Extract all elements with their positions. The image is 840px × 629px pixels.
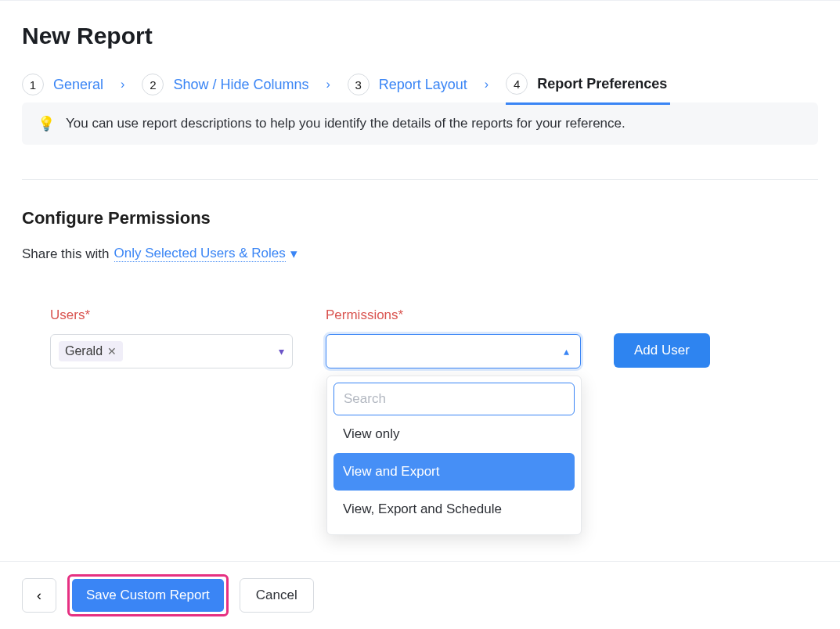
lightbulb-icon: 💡	[38, 115, 55, 132]
dropdown-search-input[interactable]	[333, 383, 575, 415]
permissions-dropdown: View only View and Export View, Export a…	[326, 376, 582, 535]
chevron-down-icon: ▾	[290, 246, 297, 262]
chevron-up-icon: ▴	[564, 345, 569, 358]
chevron-right-icon: ›	[116, 77, 129, 92]
page-title: New Report	[22, 23, 818, 49]
step-number: 4	[506, 73, 528, 95]
footer-bar: ‹ Save Custom Report Cancel	[0, 561, 840, 629]
step-label: Show / Hide Columns	[173, 77, 308, 93]
save-button-highlight: Save Custom Report	[67, 574, 229, 616]
back-button[interactable]: ‹	[22, 578, 56, 613]
share-with-row: Share this with Only Selected Users & Ro…	[22, 246, 818, 262]
step-number: 3	[348, 74, 370, 95]
chevron-right-icon: ›	[480, 77, 493, 92]
permissions-select[interactable]: ▴ View only View and Export View, Export…	[326, 334, 581, 368]
step-number: 1	[22, 74, 44, 95]
step-general[interactable]: 1 General	[22, 74, 103, 95]
add-user-button[interactable]: Add User	[614, 333, 710, 368]
step-navigator: 1 General › 2 Show / Hide Columns › 3 Re…	[22, 73, 818, 96]
remove-chip-icon[interactable]: ✕	[107, 345, 117, 358]
permission-option-view-export[interactable]: View and Export	[333, 453, 575, 491]
step-label: Report Layout	[379, 77, 467, 93]
share-prefix: Share this with	[22, 246, 110, 262]
save-custom-report-button[interactable]: Save Custom Report	[72, 579, 224, 612]
share-option-dropdown[interactable]: Only Selected Users & Roles	[114, 246, 286, 262]
permission-option-view-export-schedule[interactable]: View, Export and Schedule	[333, 491, 575, 528]
chevron-left-icon: ‹	[37, 588, 41, 604]
tip-banner: 💡 You can use report descriptions to hel…	[22, 102, 818, 145]
divider	[22, 179, 818, 180]
chip-label: Gerald	[65, 344, 103, 358]
users-select[interactable]: Gerald ✕ ▾	[50, 334, 293, 368]
permissions-field: Permissions* ▴ View only View and Export…	[326, 307, 581, 368]
step-label: General	[53, 77, 103, 93]
chevron-right-icon: ›	[321, 77, 334, 92]
step-columns[interactable]: 2 Show / Hide Columns	[142, 74, 308, 95]
users-label: Users*	[50, 307, 293, 323]
users-field: Users* Gerald ✕ ▾	[50, 307, 293, 368]
permissions-label: Permissions*	[326, 307, 581, 323]
step-layout[interactable]: 3 Report Layout	[348, 74, 467, 95]
permission-option-view-only[interactable]: View only	[333, 415, 575, 453]
tip-text: You can use report descriptions to help …	[66, 116, 625, 131]
user-chip: Gerald ✕	[59, 341, 123, 361]
step-preferences[interactable]: 4 Report Preferences	[506, 73, 670, 105]
step-label: Report Preferences	[537, 76, 667, 92]
cancel-button[interactable]: Cancel	[240, 578, 314, 613]
chevron-down-icon: ▾	[279, 345, 284, 358]
configure-permissions-heading: Configure Permissions	[22, 208, 818, 228]
step-number: 2	[142, 74, 164, 95]
